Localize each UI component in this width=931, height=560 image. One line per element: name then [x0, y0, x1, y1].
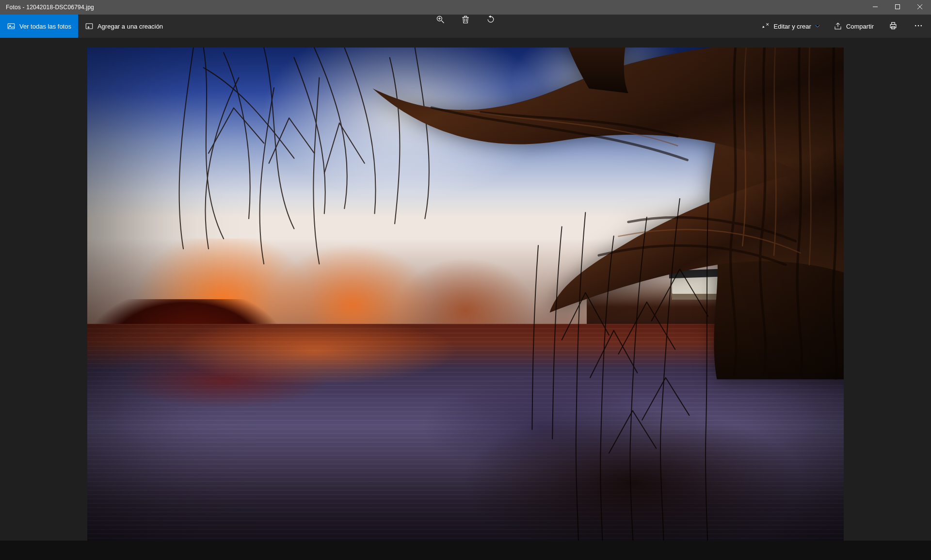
minimize-button[interactable] [864, 0, 886, 15]
add-to-creation-label: Agregar a una creación [97, 23, 163, 30]
zoom-button[interactable] [428, 15, 453, 26]
edit-and-create-button[interactable]: Editar y crear [754, 15, 827, 38]
print-icon [888, 21, 898, 32]
print-button[interactable] [881, 15, 906, 38]
picture-icon [7, 22, 16, 31]
rotate-button[interactable] [478, 15, 503, 26]
taskbar[interactable] [0, 541, 931, 560]
delete-button[interactable] [453, 15, 478, 26]
edit-tools-icon [761, 22, 770, 31]
maximize-button[interactable] [886, 0, 909, 15]
trash-icon [461, 15, 470, 26]
svg-rect-6 [892, 22, 895, 24]
svg-point-9 [918, 25, 919, 26]
close-button[interactable] [909, 0, 931, 15]
toolbar: Ver todas las fotos Agregar a una creaci… [0, 15, 931, 38]
window-title: Fotos - 12042018-DSC06794.jpg [0, 4, 94, 11]
maximize-icon [895, 4, 900, 11]
share-label: Compartir [846, 23, 874, 30]
close-icon [917, 4, 922, 11]
svg-rect-0 [896, 5, 900, 9]
window-controls [864, 0, 931, 15]
photo-canvas [87, 48, 844, 551]
zoom-icon [435, 15, 445, 26]
svg-rect-3 [86, 24, 93, 29]
add-to-creation-button[interactable]: Agregar a una creación [78, 15, 170, 38]
rotate-icon [486, 15, 496, 26]
svg-rect-1 [8, 24, 15, 29]
more-icon [914, 21, 923, 32]
svg-point-8 [915, 25, 916, 26]
image-viewport[interactable] [0, 38, 931, 560]
add-to-creation-icon [85, 22, 94, 31]
titlebar: Fotos - 12042018-DSC06794.jpg [0, 0, 931, 15]
share-icon [834, 22, 842, 31]
more-button[interactable] [906, 15, 931, 38]
hanging-branches [420, 198, 798, 551]
svg-rect-5 [890, 24, 896, 28]
minimize-icon [873, 4, 878, 11]
share-button[interactable]: Compartir [827, 15, 881, 38]
edit-and-create-label: Editar y crear [774, 23, 811, 30]
view-all-photos-button[interactable]: Ver todas las fotos [0, 15, 78, 38]
chevron-down-icon [815, 23, 820, 30]
view-all-photos-label: Ver todas las fotos [19, 23, 71, 30]
svg-point-10 [921, 25, 922, 26]
